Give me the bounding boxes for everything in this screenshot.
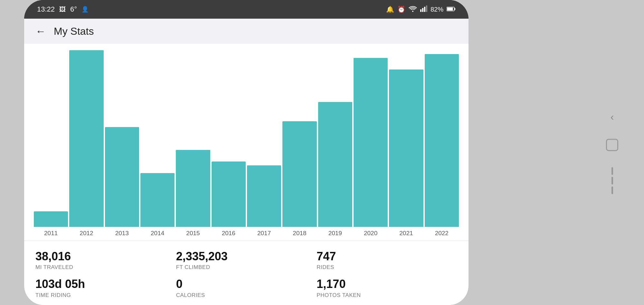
bar-label-group: 2016 <box>212 230 246 237</box>
bar-year-label: 2014 <box>151 230 164 236</box>
chevron-left-icon[interactable]: ‹ <box>611 111 614 123</box>
svg-rect-1 <box>420 9 421 12</box>
stat-value: 747 <box>317 250 457 263</box>
stats-section: 38,016MI TRAVELED2,335,203FT CLIMBED747R… <box>24 241 469 305</box>
stat-value: 1,170 <box>317 278 457 291</box>
bar-label-group: 2014 <box>140 230 175 237</box>
bar[interactable] <box>354 58 388 227</box>
svg-rect-6 <box>454 8 455 10</box>
battery-display: 82% <box>431 6 443 13</box>
stat-label: RIDES <box>317 264 457 271</box>
temperature-display: 6° <box>70 5 77 14</box>
header: ← My Stats <box>24 19 469 44</box>
stat-value: 103d 05h <box>35 278 176 291</box>
stat-item: 0CALORIES <box>176 278 317 299</box>
bar-group <box>425 50 459 227</box>
stat-label: PHOTOS TAKEN <box>317 292 457 299</box>
bar-group <box>354 50 388 227</box>
bar-group <box>247 50 281 227</box>
stat-label: FT CLIMBED <box>176 264 317 271</box>
bar-label-group: 2015 <box>176 230 210 237</box>
bar-label-group: 2019 <box>318 230 352 237</box>
status-right: 🔔 ⏰ <box>386 5 456 14</box>
bar[interactable] <box>176 150 210 227</box>
time-display: 13:22 <box>37 5 55 14</box>
bar-year-label: 2013 <box>115 230 129 236</box>
page-title: My Stats <box>54 25 94 37</box>
bar[interactable] <box>140 173 175 227</box>
stats-grid: 38,016MI TRAVELED2,335,203FT CLIMBED747R… <box>35 250 457 299</box>
signal-icon <box>420 5 427 14</box>
bar-year-label: 2015 <box>186 230 200 236</box>
bar[interactable] <box>389 69 423 227</box>
bar-group <box>69 50 103 227</box>
stat-item: 103d 05hTIME RIDING <box>35 278 176 299</box>
svg-rect-2 <box>422 8 423 12</box>
wifi-icon <box>409 5 417 14</box>
bar-group <box>212 50 246 227</box>
square-button-icon[interactable] <box>606 139 618 151</box>
stat-label: MI TRAVELED <box>35 264 176 271</box>
bar[interactable] <box>212 162 246 227</box>
clock-icon: ⏰ <box>397 5 405 13</box>
bar[interactable] <box>282 121 317 227</box>
x-axis: 2011201220132014201520162017201820192020… <box>34 227 459 241</box>
bar-label-group: 2020 <box>354 230 388 237</box>
photo-icon: 🖼 <box>59 6 66 13</box>
status-bar: 13:22 🖼 6° 👤 🔔 ⏰ <box>24 0 469 19</box>
bar-group <box>34 50 68 227</box>
bar-year-label: 2021 <box>399 230 413 236</box>
bar[interactable] <box>247 165 281 227</box>
phone-frame: 13:22 🖼 6° 👤 🔔 ⏰ <box>24 0 469 305</box>
stat-item: 38,016MI TRAVELED <box>35 250 176 271</box>
svg-rect-3 <box>424 7 425 12</box>
stat-label: CALORIES <box>176 292 317 299</box>
bar-group <box>389 50 423 227</box>
stat-item: 747RIDES <box>317 250 457 271</box>
bar-year-label: 2022 <box>435 230 449 236</box>
bar-label-group: 2021 <box>389 230 423 237</box>
bar-year-label: 2012 <box>80 230 93 236</box>
bar-label-group: 2012 <box>69 230 103 237</box>
stat-value: 0 <box>176 278 317 291</box>
stat-item: 1,170PHOTOS TAKEN <box>317 278 457 299</box>
stat-item: 2,335,203FT CLIMBED <box>176 250 317 271</box>
bar-label-group: 2013 <box>105 230 139 237</box>
bar[interactable] <box>34 211 68 227</box>
bar-year-label: 2019 <box>328 230 342 236</box>
bar[interactable] <box>318 102 352 227</box>
bar-label-group: 2022 <box>425 230 459 237</box>
bar-group <box>282 50 317 227</box>
bar-group <box>105 50 139 227</box>
bar-year-label: 2018 <box>293 230 306 236</box>
svg-point-0 <box>412 11 413 12</box>
battery-icon <box>447 6 456 13</box>
stat-value: 2,335,203 <box>176 250 317 263</box>
bar-label-group: 2011 <box>34 230 68 237</box>
stat-label: TIME RIDING <box>35 292 176 299</box>
side-controls: ‹ <box>606 111 618 194</box>
bar[interactable] <box>69 50 103 227</box>
bar[interactable] <box>105 127 139 227</box>
status-left: 13:22 🖼 6° 👤 <box>37 5 89 14</box>
svg-rect-7 <box>447 7 453 10</box>
bar-year-label: 2011 <box>44 230 58 236</box>
bar[interactable] <box>425 54 459 227</box>
app-content: ← My Stats 20112012201320142015201620172… <box>24 19 469 305</box>
chart-section: 2011201220132014201520162017201820192020… <box>24 44 469 241</box>
bar-year-label: 2017 <box>257 230 271 236</box>
bar-label-group: 2018 <box>282 230 317 237</box>
bar-year-label: 2020 <box>364 230 377 236</box>
chart-bars-area <box>34 50 459 227</box>
svg-rect-4 <box>426 5 427 12</box>
person-icon: 👤 <box>81 6 89 13</box>
bar-group <box>318 50 352 227</box>
stat-value: 38,016 <box>35 250 176 263</box>
bar-group <box>140 50 175 227</box>
back-button[interactable]: ← <box>35 26 46 36</box>
bar-label-group: 2017 <box>247 230 281 237</box>
bar-group <box>176 50 210 227</box>
menu-lines-icon[interactable] <box>611 167 613 194</box>
bar-year-label: 2016 <box>222 230 235 236</box>
alarm-icon: 🔔 <box>386 5 394 13</box>
